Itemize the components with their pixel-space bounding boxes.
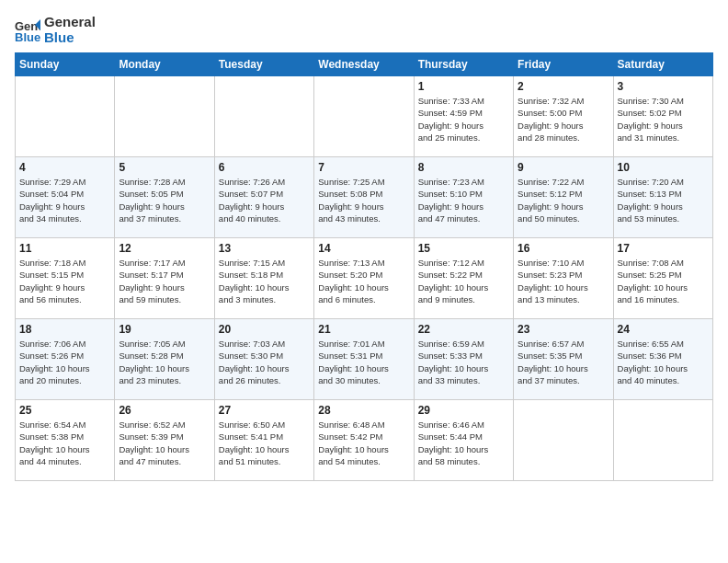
day-info: Sunrise: 6:59 AM Sunset: 5:33 PM Dayligh… bbox=[418, 338, 509, 386]
weekday-header-wednesday: Wednesday bbox=[314, 53, 414, 76]
day-info: Sunrise: 7:20 AM Sunset: 5:13 PM Dayligh… bbox=[618, 176, 709, 224]
day-number: 1 bbox=[418, 80, 509, 93]
day-info: Sunrise: 6:52 AM Sunset: 5:39 PM Dayligh… bbox=[119, 419, 210, 467]
week-row-4: 18Sunrise: 7:06 AM Sunset: 5:26 PM Dayli… bbox=[16, 319, 713, 400]
calendar-cell: 7Sunrise: 7:25 AM Sunset: 5:08 PM Daylig… bbox=[314, 157, 414, 238]
day-number: 4 bbox=[19, 161, 110, 174]
calendar-cell: 8Sunrise: 7:23 AM Sunset: 5:10 PM Daylig… bbox=[414, 157, 513, 238]
day-number: 24 bbox=[618, 323, 709, 336]
day-number: 15 bbox=[418, 242, 509, 255]
day-number: 5 bbox=[119, 161, 210, 174]
calendar-cell: 10Sunrise: 7:20 AM Sunset: 5:13 PM Dayli… bbox=[613, 157, 712, 238]
week-row-5: 25Sunrise: 6:54 AM Sunset: 5:38 PM Dayli… bbox=[16, 400, 713, 481]
day-info: Sunrise: 7:22 AM Sunset: 5:12 PM Dayligh… bbox=[518, 176, 609, 224]
day-number: 6 bbox=[219, 161, 310, 174]
day-info: Sunrise: 7:13 AM Sunset: 5:20 PM Dayligh… bbox=[318, 257, 409, 305]
calendar-cell bbox=[214, 76, 313, 157]
day-info: Sunrise: 7:10 AM Sunset: 5:23 PM Dayligh… bbox=[518, 257, 609, 305]
day-number: 12 bbox=[119, 242, 210, 255]
day-number: 22 bbox=[418, 323, 509, 336]
day-info: Sunrise: 7:17 AM Sunset: 5:17 PM Dayligh… bbox=[119, 257, 210, 305]
calendar-cell: 5Sunrise: 7:28 AM Sunset: 5:05 PM Daylig… bbox=[115, 157, 214, 238]
calendar-cell: 27Sunrise: 6:50 AM Sunset: 5:41 PM Dayli… bbox=[214, 400, 313, 481]
header: General Blue General Blue bbox=[15, 15, 713, 45]
calendar-cell bbox=[613, 400, 712, 481]
day-number: 9 bbox=[518, 161, 609, 174]
day-number: 14 bbox=[318, 242, 409, 255]
day-number: 8 bbox=[418, 161, 509, 174]
calendar-cell: 11Sunrise: 7:18 AM Sunset: 5:15 PM Dayli… bbox=[16, 238, 115, 319]
weekday-header-monday: Monday bbox=[115, 53, 214, 76]
day-info: Sunrise: 6:57 AM Sunset: 5:35 PM Dayligh… bbox=[518, 338, 609, 386]
calendar-cell: 2Sunrise: 7:32 AM Sunset: 5:00 PM Daylig… bbox=[514, 76, 613, 157]
day-number: 3 bbox=[618, 80, 709, 93]
logo-text: General Blue bbox=[44, 15, 96, 45]
calendar-cell: 17Sunrise: 7:08 AM Sunset: 5:25 PM Dayli… bbox=[613, 238, 712, 319]
logo: General Blue General Blue bbox=[15, 15, 96, 45]
day-number: 11 bbox=[19, 242, 110, 255]
day-info: Sunrise: 7:32 AM Sunset: 5:00 PM Dayligh… bbox=[518, 95, 609, 144]
svg-text:Blue: Blue bbox=[15, 30, 40, 43]
calendar-cell: 14Sunrise: 7:13 AM Sunset: 5:20 PM Dayli… bbox=[314, 238, 414, 319]
week-row-1: 1Sunrise: 7:33 AM Sunset: 4:59 PM Daylig… bbox=[16, 76, 713, 157]
calendar-cell: 19Sunrise: 7:05 AM Sunset: 5:28 PM Dayli… bbox=[115, 319, 214, 400]
day-number: 2 bbox=[518, 80, 609, 93]
calendar-cell bbox=[16, 76, 115, 157]
day-number: 19 bbox=[119, 323, 210, 336]
day-info: Sunrise: 7:15 AM Sunset: 5:18 PM Dayligh… bbox=[219, 257, 310, 305]
week-row-3: 11Sunrise: 7:18 AM Sunset: 5:15 PM Dayli… bbox=[16, 238, 713, 319]
calendar-cell: 18Sunrise: 7:06 AM Sunset: 5:26 PM Dayli… bbox=[16, 319, 115, 400]
calendar-cell: 26Sunrise: 6:52 AM Sunset: 5:39 PM Dayli… bbox=[115, 400, 214, 481]
calendar-cell bbox=[314, 76, 414, 157]
calendar-cell: 6Sunrise: 7:26 AM Sunset: 5:07 PM Daylig… bbox=[214, 157, 313, 238]
day-number: 29 bbox=[418, 404, 509, 417]
calendar-cell: 20Sunrise: 7:03 AM Sunset: 5:30 PM Dayli… bbox=[214, 319, 313, 400]
day-number: 26 bbox=[119, 404, 210, 417]
calendar-cell: 25Sunrise: 6:54 AM Sunset: 5:38 PM Dayli… bbox=[16, 400, 115, 481]
day-info: Sunrise: 7:28 AM Sunset: 5:05 PM Dayligh… bbox=[119, 176, 210, 224]
weekday-header-thursday: Thursday bbox=[414, 53, 513, 76]
calendar-cell bbox=[115, 76, 214, 157]
day-number: 13 bbox=[219, 242, 310, 255]
day-number: 18 bbox=[19, 323, 110, 336]
day-info: Sunrise: 6:54 AM Sunset: 5:38 PM Dayligh… bbox=[19, 419, 110, 467]
weekday-header-saturday: Saturday bbox=[613, 53, 712, 76]
day-number: 16 bbox=[518, 242, 609, 255]
day-info: Sunrise: 7:30 AM Sunset: 5:02 PM Dayligh… bbox=[618, 95, 709, 144]
day-number: 23 bbox=[518, 323, 609, 336]
day-number: 10 bbox=[618, 161, 709, 174]
weekday-header-sunday: Sunday bbox=[16, 53, 115, 76]
day-info: Sunrise: 7:08 AM Sunset: 5:25 PM Dayligh… bbox=[618, 257, 709, 305]
calendar-cell: 16Sunrise: 7:10 AM Sunset: 5:23 PM Dayli… bbox=[514, 238, 613, 319]
day-info: Sunrise: 7:25 AM Sunset: 5:08 PM Dayligh… bbox=[318, 176, 409, 224]
calendar-cell: 21Sunrise: 7:01 AM Sunset: 5:31 PM Dayli… bbox=[314, 319, 414, 400]
calendar-cell: 28Sunrise: 6:48 AM Sunset: 5:42 PM Dayli… bbox=[314, 400, 414, 481]
day-info: Sunrise: 6:55 AM Sunset: 5:36 PM Dayligh… bbox=[618, 338, 709, 386]
calendar-cell: 1Sunrise: 7:33 AM Sunset: 4:59 PM Daylig… bbox=[414, 76, 513, 157]
weekday-header-friday: Friday bbox=[514, 53, 613, 76]
calendar-cell: 12Sunrise: 7:17 AM Sunset: 5:17 PM Dayli… bbox=[115, 238, 214, 319]
day-number: 7 bbox=[318, 161, 409, 174]
day-number: 28 bbox=[318, 404, 409, 417]
day-info: Sunrise: 7:01 AM Sunset: 5:31 PM Dayligh… bbox=[318, 338, 409, 386]
day-info: Sunrise: 7:29 AM Sunset: 5:04 PM Dayligh… bbox=[19, 176, 110, 224]
day-info: Sunrise: 7:12 AM Sunset: 5:22 PM Dayligh… bbox=[418, 257, 509, 305]
calendar-cell: 24Sunrise: 6:55 AM Sunset: 5:36 PM Dayli… bbox=[613, 319, 712, 400]
week-row-2: 4Sunrise: 7:29 AM Sunset: 5:04 PM Daylig… bbox=[16, 157, 713, 238]
calendar-cell: 22Sunrise: 6:59 AM Sunset: 5:33 PM Dayli… bbox=[414, 319, 513, 400]
calendar-cell: 9Sunrise: 7:22 AM Sunset: 5:12 PM Daylig… bbox=[514, 157, 613, 238]
day-number: 20 bbox=[219, 323, 310, 336]
calendar-cell bbox=[514, 400, 613, 481]
day-info: Sunrise: 7:05 AM Sunset: 5:28 PM Dayligh… bbox=[119, 338, 210, 386]
day-number: 17 bbox=[618, 242, 709, 255]
day-info: Sunrise: 7:23 AM Sunset: 5:10 PM Dayligh… bbox=[418, 176, 509, 224]
weekday-header-tuesday: Tuesday bbox=[214, 53, 313, 76]
day-info: Sunrise: 6:46 AM Sunset: 5:44 PM Dayligh… bbox=[418, 419, 509, 467]
weekday-header-row: SundayMondayTuesdayWednesdayThursdayFrid… bbox=[16, 53, 713, 76]
day-info: Sunrise: 6:50 AM Sunset: 5:41 PM Dayligh… bbox=[219, 419, 310, 467]
day-number: 27 bbox=[219, 404, 310, 417]
day-info: Sunrise: 7:03 AM Sunset: 5:30 PM Dayligh… bbox=[219, 338, 310, 386]
calendar-table: SundayMondayTuesdayWednesdayThursdayFrid… bbox=[15, 52, 713, 481]
day-info: Sunrise: 7:33 AM Sunset: 4:59 PM Dayligh… bbox=[418, 95, 509, 144]
calendar-cell: 29Sunrise: 6:46 AM Sunset: 5:44 PM Dayli… bbox=[414, 400, 513, 481]
